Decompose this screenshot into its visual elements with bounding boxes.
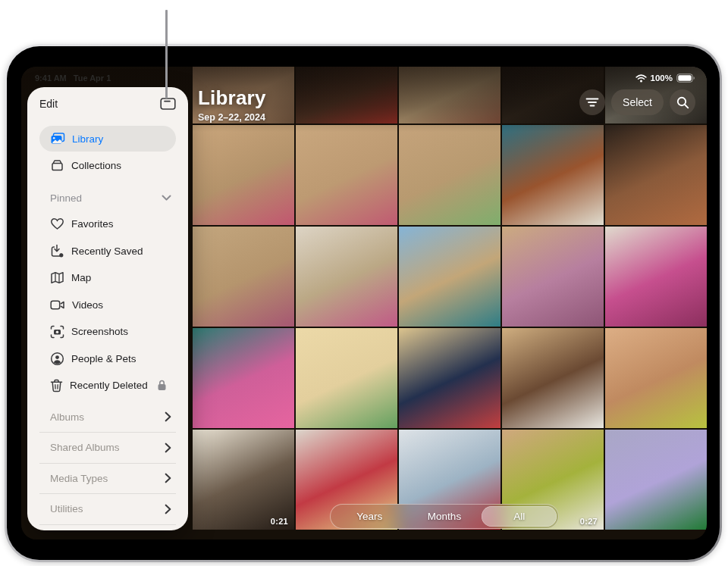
- date-range-subtitle: Sep 2–22, 2024: [198, 112, 266, 123]
- save-tray-icon: [50, 244, 64, 258]
- lock-icon: [157, 380, 167, 391]
- screenshot-icon: [50, 325, 64, 339]
- battery-percent: 100%: [651, 73, 673, 83]
- photo-two-friends-corridor[interactable]: [296, 328, 397, 428]
- photo-woman-stairs[interactable]: [193, 227, 294, 327]
- status-bar: 9:41 AM Tue Apr 1 100%: [35, 71, 695, 85]
- sidebar-group-utilities[interactable]: Utilities: [39, 494, 176, 525]
- photo-woman-magenta-velvet[interactable]: [605, 227, 707, 327]
- library-header: Library Sep 2–22, 2024: [198, 86, 266, 123]
- photo-woman-curly-hair[interactable]: [502, 328, 604, 428]
- toolbar: Select: [579, 89, 695, 115]
- person-circle-icon: [50, 352, 64, 366]
- sidebar-item-label: People & Pets: [71, 353, 136, 364]
- photo-man-tiled-balcony[interactable]: [502, 125, 604, 225]
- sidebar-item-label: Recently Saved: [71, 245, 143, 257]
- chevron-right-icon: [165, 411, 171, 422]
- photos-app-screen: 0:210:27 9:41 AM Tue Apr 1 100% Library …: [21, 67, 707, 539]
- edit-button[interactable]: Edit: [39, 98, 58, 110]
- sidebar-group-media-types[interactable]: Media Types: [39, 464, 176, 495]
- video-camera-icon: [50, 299, 65, 311]
- segment-years[interactable]: Years: [332, 506, 407, 527]
- sidebar: Edit Library Collections Pinned: [27, 87, 188, 530]
- sidebar-item-label: Videos: [72, 299, 103, 311]
- photo-man-striped-sweater[interactable]: [399, 328, 500, 428]
- photo-braids-cafe[interactable]: 0:21: [193, 430, 294, 530]
- filter-icon: [585, 97, 599, 108]
- hide-sidebar-icon[interactable]: [160, 97, 176, 111]
- battery-icon: [676, 73, 695, 83]
- status-right: 100%: [635, 73, 695, 83]
- status-date: Tue Apr 1: [74, 73, 111, 83]
- segment-months[interactable]: Months: [407, 506, 482, 527]
- sidebar-item-map[interactable]: Map: [27, 264, 188, 292]
- sidebar-group-albums[interactable]: Albums: [39, 402, 176, 433]
- sidebar-item-screenshots[interactable]: Screenshots: [27, 318, 188, 346]
- sidebar-item-recently-saved[interactable]: Recently Saved: [27, 238, 188, 265]
- heart-icon: [50, 217, 64, 230]
- search-button[interactable]: [670, 89, 695, 115]
- sidebar-item-label: Library: [72, 133, 103, 145]
- chevron-right-icon: [165, 473, 171, 483]
- sidebar-item-label: Favorites: [71, 218, 114, 230]
- callout-line: [165, 10, 168, 99]
- group-label: Media Types: [50, 473, 108, 484]
- sidebar-item-collections[interactable]: Collections: [27, 152, 188, 179]
- photo-woman-arches[interactable]: [296, 227, 397, 327]
- photo-woman-pink-dress[interactable]: [193, 328, 294, 428]
- status-time: 9:41 AM: [35, 73, 67, 83]
- search-icon: [676, 96, 689, 109]
- group-label: Albums: [50, 411, 84, 423]
- section-label: Pinned: [50, 192, 82, 204]
- chevron-down-icon: [162, 195, 171, 201]
- group-label: Utilities: [50, 503, 83, 514]
- sidebar-item-people-pets[interactable]: People & Pets: [27, 346, 188, 373]
- photo-man-striped-polo[interactable]: [399, 125, 500, 225]
- select-button[interactable]: Select: [611, 89, 664, 115]
- photo-man-pink-shirt-arch[interactable]: [193, 125, 294, 225]
- group-label: Shared Albums: [50, 442, 120, 453]
- trash-icon: [50, 379, 63, 392]
- video-duration: 0:27: [580, 517, 598, 526]
- sidebar-item-label: Collections: [71, 160, 121, 171]
- sidebar-topbar: Edit: [39, 93, 176, 114]
- photos-stack-icon: [50, 133, 65, 145]
- sidebar-item-recently-deleted[interactable]: Recently Deleted: [27, 372, 188, 399]
- view-switcher: Years Months All: [330, 504, 559, 529]
- chevron-right-icon: [165, 442, 171, 453]
- sidebar-item-videos[interactable]: Videos: [27, 292, 188, 319]
- sidebar-item-library[interactable]: Library: [39, 126, 176, 152]
- photo-man-pink-shirt-closeup[interactable]: [296, 125, 397, 225]
- sidebar-group-shared-albums[interactable]: Shared Albums: [39, 433, 176, 464]
- page-title: Library: [198, 86, 266, 110]
- select-button-label: Select: [623, 96, 652, 108]
- photo-woman-mauve[interactable]: [502, 227, 604, 327]
- map-icon: [50, 271, 64, 284]
- page: 0:210:27 9:41 AM Tue Apr 1 100% Library …: [0, 0, 728, 566]
- status-left: 9:41 AM Tue Apr 1: [35, 73, 111, 83]
- sidebar-item-favorites[interactable]: Favorites: [27, 211, 188, 238]
- sidebar-item-label: Screenshots: [71, 326, 128, 337]
- photo-woman-laughing[interactable]: [605, 328, 707, 428]
- photo-man-rust-shirt[interactable]: [605, 125, 707, 225]
- sidebar-section-pinned[interactable]: Pinned: [27, 185, 188, 211]
- video-duration: 0:21: [271, 517, 288, 526]
- sidebar-item-label: Map: [71, 272, 91, 283]
- segment-all[interactable]: All: [482, 506, 557, 527]
- sidebar-item-label: Recently Deleted: [70, 380, 148, 391]
- wifi-icon: [635, 74, 647, 83]
- chevron-right-icon: [165, 504, 171, 514]
- filter-button[interactable]: [579, 89, 605, 115]
- photo-3d-still-life[interactable]: [605, 430, 707, 530]
- box-icon: [50, 158, 64, 172]
- photo-man-sky-tiles[interactable]: [399, 227, 500, 327]
